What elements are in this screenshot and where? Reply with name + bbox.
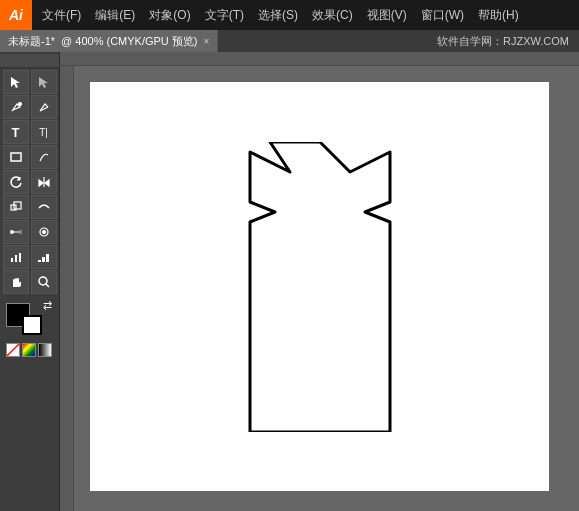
menu-view[interactable]: 视图(V) <box>361 5 413 26</box>
main-area: T T| <box>0 52 579 511</box>
type-tool[interactable]: T <box>3 120 29 144</box>
artboard <box>90 82 549 491</box>
rectangle-tool[interactable] <box>3 145 29 169</box>
toolbar-ruler <box>0 54 59 68</box>
svg-point-10 <box>10 230 14 234</box>
tab-zoom-info: @ 400% (CMYK/GPU 预览) <box>61 34 197 49</box>
gradient-icon[interactable] <box>38 343 52 357</box>
svg-marker-6 <box>39 180 43 186</box>
swap-colors-icon[interactable]: ⇄ <box>43 299 52 312</box>
tool-row-graph <box>0 245 59 269</box>
tab-bar: 未标题-1* @ 400% (CMYK/GPU 预览) × 软件自学网：RJZX… <box>0 30 579 52</box>
menu-help[interactable]: 帮助(H) <box>472 5 525 26</box>
type-area-tool[interactable]: T| <box>31 120 57 144</box>
select-tool[interactable] <box>3 70 29 94</box>
tool-row-1 <box>0 70 59 94</box>
fill-stroke-indicator[interactable]: ⇄ <box>6 303 46 339</box>
menu-bar: 文件(F) 编辑(E) 对象(O) 文字(T) 选择(S) 效果(C) 视图(V… <box>32 0 525 30</box>
menu-edit[interactable]: 编辑(E) <box>89 5 141 26</box>
svg-rect-18 <box>38 260 41 262</box>
svg-marker-1 <box>39 77 48 88</box>
app-logo: Ai <box>0 0 32 30</box>
color-area: ⇄ <box>0 299 59 361</box>
svg-marker-24 <box>250 142 390 432</box>
stroke-color-box[interactable] <box>22 315 42 335</box>
svg-rect-20 <box>46 254 49 262</box>
tool-row-scale <box>0 195 59 219</box>
pen-tool[interactable] <box>3 95 29 119</box>
svg-rect-16 <box>15 255 17 262</box>
color-icon[interactable] <box>22 343 36 357</box>
graph-tool[interactable] <box>3 245 29 269</box>
rotate-tool[interactable] <box>3 170 29 194</box>
svg-marker-0 <box>11 77 20 88</box>
svg-point-2 <box>18 103 21 106</box>
active-tab[interactable]: 未标题-1* @ 400% (CMYK/GPU 预览) × <box>0 30 218 52</box>
svg-rect-19 <box>42 257 45 262</box>
dress-shape[interactable] <box>190 142 450 432</box>
svg-line-23 <box>7 344 19 356</box>
tool-row-2 <box>0 95 59 119</box>
pencil-tool[interactable] <box>31 145 57 169</box>
tool-row-type: T T| <box>0 120 59 144</box>
ruler-vertical <box>60 66 74 511</box>
svg-rect-17 <box>19 253 21 262</box>
svg-point-21 <box>39 277 47 285</box>
svg-rect-4 <box>11 153 21 161</box>
scale-tool[interactable] <box>3 195 29 219</box>
reflect-tool[interactable] <box>31 170 57 194</box>
chart-tool[interactable] <box>31 245 57 269</box>
menu-window[interactable]: 窗口(W) <box>415 5 470 26</box>
canvas-area <box>60 52 579 511</box>
ruler-horizontal <box>60 52 579 66</box>
menu-file[interactable]: 文件(F) <box>36 5 87 26</box>
none-color-icon[interactable] <box>6 343 20 357</box>
menu-effect[interactable]: 效果(C) <box>306 5 359 26</box>
tab-right-label: 软件自学网：RJZXW.COM <box>218 30 579 52</box>
tool-row-blend <box>0 220 59 244</box>
tool-row-shape <box>0 145 59 169</box>
menu-select[interactable]: 选择(S) <box>252 5 304 26</box>
svg-line-22 <box>46 284 49 287</box>
symbol-tool[interactable] <box>31 220 57 244</box>
direct-select-tool[interactable] <box>31 70 57 94</box>
toolbar: T T| <box>0 52 60 511</box>
title-bar: Ai 文件(F) 编辑(E) 对象(O) 文字(T) 选择(S) 效果(C) 视… <box>0 0 579 30</box>
color-mode-icons <box>6 343 52 357</box>
tab-close-button[interactable]: × <box>204 36 210 47</box>
warp-tool[interactable] <box>31 195 57 219</box>
svg-marker-7 <box>45 180 49 186</box>
svg-point-14 <box>42 231 45 234</box>
zoom-tool[interactable] <box>31 270 57 294</box>
svg-rect-15 <box>11 258 13 262</box>
blend-tool[interactable] <box>3 220 29 244</box>
menu-type[interactable]: 文字(T) <box>199 5 250 26</box>
tool-row-hand <box>0 270 59 294</box>
menu-object[interactable]: 对象(O) <box>143 5 196 26</box>
tool-row-rotate <box>0 170 59 194</box>
tab-title: 未标题-1* <box>8 34 55 49</box>
hand-tool[interactable] <box>3 270 29 294</box>
svg-point-11 <box>18 230 22 234</box>
anchor-tool[interactable] <box>31 95 57 119</box>
